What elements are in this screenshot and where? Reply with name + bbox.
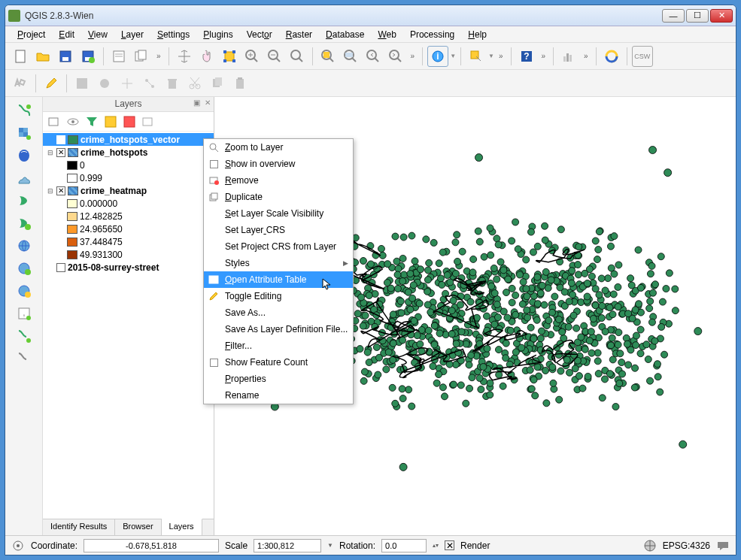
expand-icon[interactable]: ⊟ [46, 149, 54, 156]
python-button[interactable] [601, 46, 622, 67]
context-menu-item[interactable]: Styles▶ [204, 255, 353, 271]
crs-label[interactable]: EPSG:4326 [663, 540, 710, 551]
save-project-button[interactable] [55, 46, 76, 67]
undock-icon[interactable]: ▣ [193, 98, 200, 107]
zoom-layer-button[interactable] [340, 46, 361, 67]
save-as-button[interactable] [77, 46, 99, 67]
menu-help[interactable]: Help [462, 28, 493, 41]
scale-input[interactable] [254, 539, 321, 552]
context-menu-item[interactable]: Open Attribute Table [204, 271, 353, 288]
zoom-out-button[interactable] [264, 46, 285, 67]
layer-item[interactable]: 2015-08-surrey-street [43, 261, 214, 274]
identify-button[interactable]: i [427, 46, 448, 67]
zoom-in-button[interactable] [241, 46, 263, 67]
new-temp-layer-button[interactable] [13, 348, 35, 369]
context-menu-item[interactable]: Set Layer Scale Visibility [204, 205, 353, 222]
add-postgis-button[interactable] [13, 145, 35, 166]
add-feature-button[interactable] [94, 73, 115, 94]
menu-raster[interactable]: Raster [280, 28, 318, 41]
menu-vector[interactable]: Vector [241, 28, 278, 41]
pan-selection-button[interactable] [196, 46, 217, 67]
current-edits-button[interactable] [10, 73, 31, 94]
layer-context-menu[interactable]: Zoom to LayerShow in overviewRemoveDupli… [203, 138, 354, 404]
add-group-button[interactable] [46, 114, 62, 130]
add-wfs-button[interactable] [13, 280, 35, 301]
close-button[interactable]: ✕ [710, 9, 733, 23]
zoom-native-button[interactable] [287, 46, 308, 67]
help-button[interactable]: ? [516, 46, 537, 67]
pan-button[interactable] [174, 46, 195, 67]
layer-tree[interactable]: ✕crime_hotspots_vector⊟✕crime_hotspots00… [43, 132, 214, 519]
crs-icon[interactable] [643, 539, 657, 552]
visibility-checkbox[interactable] [56, 263, 65, 272]
tab-identify-results[interactable]: Identify Results [43, 519, 115, 535]
cut-button[interactable] [184, 73, 205, 94]
maximize-button[interactable]: ☐ [686, 9, 709, 23]
add-csv-button[interactable]: , [13, 303, 35, 324]
menu-view[interactable]: View [82, 28, 114, 41]
visibility-button[interactable] [65, 114, 81, 130]
rotation-input[interactable] [381, 539, 427, 552]
histogram-button[interactable] [558, 46, 579, 67]
zoom-selection-button[interactable] [317, 46, 339, 67]
zoom-full-button[interactable] [219, 46, 240, 67]
add-spatialite-button[interactable] [13, 168, 35, 189]
add-raster-button[interactable] [13, 123, 35, 144]
zoom-last-button[interactable] [363, 46, 384, 67]
render-checkbox[interactable]: ✕ [445, 540, 454, 550]
context-menu-item[interactable]: Rename [204, 387, 353, 404]
context-menu-item[interactable]: Duplicate [204, 189, 353, 205]
context-menu-item[interactable]: Set Project CRS from Layer [204, 238, 353, 255]
node-tool-button[interactable] [139, 73, 160, 94]
zoom-next-button[interactable] [385, 46, 406, 67]
add-mssql-button[interactable] [13, 190, 35, 211]
new-print-composer-button[interactable] [108, 46, 129, 67]
expand-all-button[interactable] [102, 114, 119, 130]
context-menu-item[interactable]: Filter... [204, 338, 353, 354]
new-project-button[interactable] [10, 46, 31, 67]
menu-web[interactable]: Web [372, 28, 402, 41]
save-edits-button[interactable] [71, 73, 93, 94]
context-menu-item[interactable]: Properties [204, 371, 353, 387]
menu-database[interactable]: Database [320, 28, 370, 41]
context-menu-item[interactable]: Save As... [204, 304, 353, 321]
context-menu-item[interactable]: Save As Layer Definition File... [204, 321, 353, 338]
delete-button[interactable] [162, 73, 183, 94]
visibility-checkbox[interactable]: ✕ [56, 135, 65, 144]
toolbar-overflow-icon[interactable]: » [496, 52, 506, 60]
context-menu-item[interactable]: Remove [204, 172, 353, 189]
coordinate-input[interactable] [84, 539, 219, 552]
add-vector-button[interactable] [13, 100, 35, 121]
collapse-all-button[interactable] [121, 114, 138, 130]
toolbar-overflow-icon[interactable]: » [408, 52, 418, 60]
layer-item[interactable]: ✕crime_hotspots_vector [43, 133, 214, 146]
toggle-edit-button[interactable] [41, 73, 62, 94]
filter-legend-button[interactable] [84, 114, 100, 130]
menu-processing[interactable]: Processing [404, 28, 460, 41]
context-menu-item[interactable]: Set Layer CRS [204, 222, 353, 238]
add-wcs-button[interactable] [13, 258, 35, 279]
context-menu-item[interactable]: Show in overview [204, 156, 353, 172]
add-oracle-button[interactable] [13, 213, 35, 234]
new-shapefile-button[interactable] [13, 325, 35, 347]
menu-edit[interactable]: Edit [53, 28, 80, 41]
layer-item[interactable]: ⊟✕crime_heatmap [43, 184, 214, 197]
context-menu-item[interactable]: Show Feature Count [204, 354, 353, 371]
visibility-checkbox[interactable]: ✕ [56, 186, 65, 195]
context-menu-item[interactable]: Toggle Editing [204, 288, 353, 304]
csw-button[interactable]: CSW [632, 46, 653, 67]
toggle-extents-icon[interactable] [11, 539, 25, 552]
minimize-button[interactable]: — [662, 9, 685, 23]
toolbar-overflow-icon[interactable]: » [539, 52, 549, 60]
paste-button[interactable] [229, 73, 251, 94]
remove-layer-button[interactable] [140, 114, 156, 130]
menu-settings[interactable]: Settings [151, 28, 196, 41]
visibility-checkbox[interactable]: ✕ [56, 148, 65, 157]
toolbar-overflow-icon[interactable]: » [153, 52, 164, 60]
move-feature-button[interactable] [117, 73, 138, 94]
messages-icon[interactable] [716, 539, 730, 552]
expand-icon[interactable]: ⊟ [46, 187, 54, 195]
tab-layers[interactable]: Layers [162, 519, 202, 535]
composer-manager-button[interactable] [131, 46, 152, 67]
close-panel-icon[interactable]: ✕ [205, 98, 211, 107]
